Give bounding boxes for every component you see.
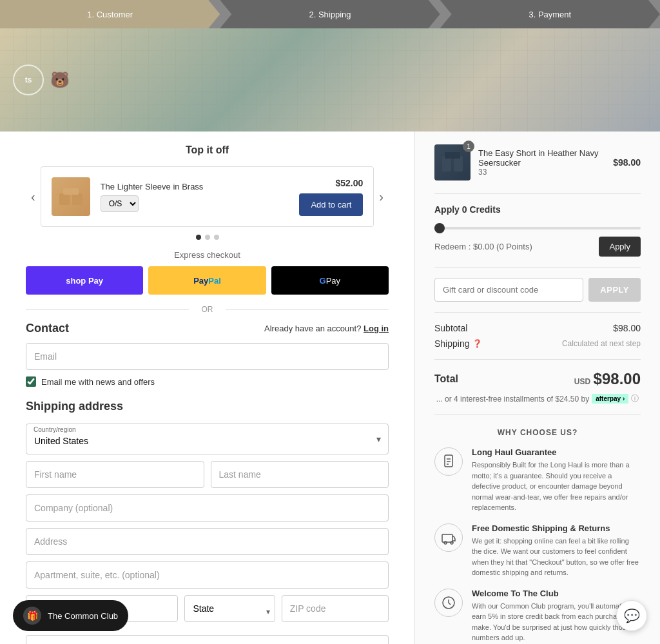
carousel-dot-3[interactable] [214, 235, 219, 240]
last-name-input[interactable] [211, 461, 389, 488]
left-panel: Top it off ‹ The Lighter Sleeve in Brass [0, 132, 415, 644]
chat-button[interactable]: 💬 [616, 600, 647, 631]
why-title: WHY CHOOSE US? [434, 428, 641, 437]
carousel-item-name: The Lighter Sleeve in Brass [101, 182, 289, 191]
redeem-row: Redeem : $0.00 (0 Points) Apply [434, 237, 641, 257]
gift-card-apply-button[interactable]: APPLY [588, 278, 641, 302]
express-title: Express checkout [26, 250, 389, 260]
svg-rect-6 [445, 455, 452, 467]
gpay-button[interactable]: G Pay [271, 266, 389, 295]
svg-point-11 [444, 542, 447, 544]
credits-section: Apply 0 Credits Redeem : $0.00 (0 Points… [434, 204, 641, 257]
first-name-input[interactable] [26, 461, 204, 488]
item-name: The Easy Short in Heather Navy Seersucke… [478, 148, 605, 168]
afterpay-row: ... or 4 interest-free installments of $… [434, 393, 641, 404]
step-customer[interactable]: 1. Customer [0, 0, 220, 28]
express-checkout-buttons: shop Pay PayPal G Pay [26, 266, 389, 295]
currency-label: USD [574, 377, 590, 386]
divider-3 [434, 312, 641, 313]
step-shipping[interactable]: 2. Shipping [220, 0, 440, 28]
address-input[interactable] [26, 528, 389, 555]
feature-club-desc: With our Common Club program, you'll aut… [472, 601, 641, 643]
svg-point-12 [451, 542, 453, 544]
carousel-item-size-select[interactable]: O/S [101, 195, 139, 212]
phone-wrapper: ? [26, 635, 389, 644]
afterpay-logo: afterpay › [592, 394, 628, 404]
gift-card-input[interactable] [434, 278, 583, 302]
common-club-widget[interactable]: 🎁 The Common Club [13, 600, 128, 631]
contact-section: Contact Already have an account? Log in … [26, 322, 389, 387]
feature-club-text: Welcome To The Club With our Common Club… [472, 589, 641, 643]
feature-guarantee-desc: Responsibly Built for the Long Haul is m… [472, 460, 641, 513]
feature-guarantee: Long Haul Guarantee Responsibly Built fo… [434, 447, 641, 513]
zip-input[interactable] [282, 595, 389, 622]
afterpay-info-icon: ⓘ [631, 393, 639, 404]
top-it-off-title: Top it off [26, 144, 389, 156]
newsletter-label: Email me with news and offers [41, 377, 155, 387]
carousel-next-button[interactable]: › [374, 184, 389, 210]
feature-shipping: Free Domestic Shipping & Returns We get … [434, 523, 641, 578]
country-select-wrapper: Country/region United States [26, 424, 389, 454]
item-variant: 33 [478, 168, 605, 177]
state-select[interactable]: State [184, 595, 275, 622]
email-input[interactable] [26, 343, 389, 370]
apt-input[interactable] [26, 561, 389, 589]
credits-slider-wrapper [434, 221, 641, 231]
credits-slider[interactable] [434, 227, 641, 229]
carousel-item-image [52, 177, 90, 216]
carousel-dot-1[interactable] [196, 235, 201, 240]
chat-icon: 💬 [624, 608, 640, 623]
right-panel: 1 The Easy Short in Heather Navy Seersuc… [415, 132, 660, 644]
feature-club: Welcome To The Club With our Common Club… [434, 589, 641, 643]
subtotal-row: Subtotal $98.00 [434, 323, 641, 333]
shoppay-icon: shop [66, 276, 86, 286]
svg-rect-0 [59, 193, 70, 205]
country-select[interactable]: United States [26, 424, 389, 454]
shipping-title: Shipping address [26, 400, 389, 413]
total-amount: $98.00 [594, 370, 641, 387]
progress-bar: 1. Customer 2. Shipping 3. Payment [0, 0, 660, 28]
shoppay-button[interactable]: shop Pay [26, 266, 143, 295]
step-payment[interactable]: 3. Payment [440, 0, 660, 28]
afterpay-text: ... or 4 interest-free installments of $… [436, 395, 589, 404]
divider-4 [434, 359, 641, 360]
order-item: 1 The Easy Short in Heather Navy Seersuc… [434, 144, 641, 181]
totals-section: Subtotal $98.00 Shipping ❓ Calculated at… [434, 323, 641, 404]
credits-apply-button[interactable]: Apply [599, 237, 641, 257]
company-input[interactable] [26, 494, 389, 522]
country-label: Country/region [34, 426, 76, 433]
carousel-item-info: The Lighter Sleeve in Brass O/S [101, 182, 289, 212]
login-prompt: Already have an account? Log in [264, 324, 389, 333]
shipping-help-icon: ❓ [472, 339, 482, 348]
total-label: Total [434, 373, 458, 385]
feature-club-title: Welcome To The Club [472, 589, 641, 598]
carousel-prev-button[interactable]: ‹ [26, 184, 41, 210]
total-amount-wrapper: USD $98.00 [574, 370, 641, 388]
common-club-label: The Common Club [48, 611, 118, 621]
carousel: ‹ The Lighter Sleeve in Brass O/S [26, 166, 389, 227]
why-choose-us-section: WHY CHOOSE US? Long Haul Guarantee Respo… [434, 428, 641, 643]
add-to-cart-button[interactable]: Add to cart [299, 193, 363, 216]
item-image-wrapper: 1 [434, 144, 471, 181]
shipping-icon [434, 523, 463, 552]
total-row: Total USD $98.00 [434, 370, 641, 388]
carousel-item: The Lighter Sleeve in Brass O/S $52.00 A… [41, 166, 374, 227]
carousel-dot-2[interactable] [205, 235, 210, 240]
newsletter-checkbox[interactable] [26, 376, 36, 387]
brand-logo-bear: 🐻 [50, 71, 70, 89]
carousel-item-price: $52.00 [336, 178, 364, 188]
subtotal-label: Subtotal [434, 323, 467, 333]
top-it-off-section: Top it off ‹ The Lighter Sleeve in Brass [26, 144, 389, 314]
hero-banner: ts 🐻 [0, 28, 660, 132]
item-info: The Easy Short in Heather Navy Seersucke… [478, 148, 605, 177]
feature-guarantee-title: Long Haul Guarantee [472, 447, 641, 457]
divider-1 [434, 193, 641, 194]
shipping-label: Shipping [434, 338, 470, 349]
or-divider: OR [26, 305, 389, 314]
svg-rect-5 [445, 152, 460, 159]
newsletter-checkbox-row: Email me with news and offers [26, 376, 389, 387]
contact-header: Contact Already have an account? Log in [26, 322, 389, 335]
login-link[interactable]: Log in [364, 324, 389, 333]
paypal-button[interactable]: PayPal [148, 266, 266, 295]
phone-input[interactable] [26, 635, 389, 644]
